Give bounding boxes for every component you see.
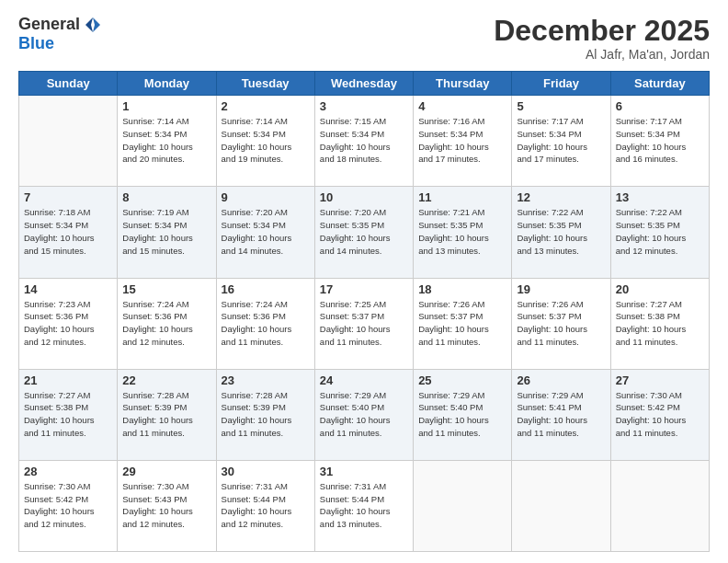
- day-number: 9: [222, 190, 310, 204]
- calendar-day-cell: 12Sunrise: 7:22 AM Sunset: 5:35 PM Dayli…: [512, 187, 610, 278]
- calendar-day-cell: 25Sunrise: 7:29 AM Sunset: 5:40 PM Dayli…: [414, 369, 512, 460]
- day-number: 8: [122, 190, 210, 204]
- day-info: Sunrise: 7:29 AM Sunset: 5:41 PM Dayligh…: [517, 389, 605, 440]
- day-number: 18: [418, 282, 506, 296]
- day-number: 3: [320, 99, 408, 113]
- calendar-day-cell: 17Sunrise: 7:25 AM Sunset: 5:37 PM Dayli…: [314, 278, 413, 369]
- day-number: 19: [517, 282, 605, 296]
- day-number: 26: [517, 373, 605, 387]
- day-info: Sunrise: 7:23 AM Sunset: 5:36 PM Dayligh…: [24, 298, 112, 349]
- day-number: 27: [616, 373, 704, 387]
- day-info: Sunrise: 7:19 AM Sunset: 5:34 PM Dayligh…: [122, 206, 210, 257]
- day-number: 7: [24, 190, 112, 204]
- calendar-day-cell: 26Sunrise: 7:29 AM Sunset: 5:41 PM Dayli…: [512, 369, 610, 460]
- day-number: 17: [320, 282, 408, 296]
- day-number: 15: [122, 282, 210, 296]
- day-info: Sunrise: 7:18 AM Sunset: 5:34 PM Dayligh…: [24, 206, 112, 257]
- day-info: Sunrise: 7:15 AM Sunset: 5:34 PM Dayligh…: [320, 115, 408, 166]
- day-info: Sunrise: 7:31 AM Sunset: 5:44 PM Dayligh…: [320, 480, 408, 531]
- calendar-day-cell: [414, 460, 512, 551]
- day-info: Sunrise: 7:29 AM Sunset: 5:40 PM Dayligh…: [418, 389, 506, 440]
- month-title: December 2025: [494, 15, 710, 47]
- calendar-day-cell: 10Sunrise: 7:20 AM Sunset: 5:35 PM Dayli…: [314, 187, 413, 278]
- calendar-week-row: 21Sunrise: 7:27 AM Sunset: 5:38 PM Dayli…: [19, 369, 710, 460]
- calendar-day-cell: 8Sunrise: 7:19 AM Sunset: 5:34 PM Daylig…: [118, 187, 216, 278]
- day-info: Sunrise: 7:20 AM Sunset: 5:34 PM Dayligh…: [222, 206, 310, 257]
- calendar-day-cell: 9Sunrise: 7:20 AM Sunset: 5:34 PM Daylig…: [216, 187, 314, 278]
- day-info: Sunrise: 7:30 AM Sunset: 5:42 PM Dayligh…: [616, 389, 704, 440]
- day-info: Sunrise: 7:20 AM Sunset: 5:35 PM Dayligh…: [320, 206, 408, 257]
- calendar-header-row: SundayMondayTuesdayWednesdayThursdayFrid…: [19, 72, 710, 96]
- day-info: Sunrise: 7:24 AM Sunset: 5:36 PM Dayligh…: [122, 298, 210, 349]
- calendar-day-cell: 20Sunrise: 7:27 AM Sunset: 5:38 PM Dayli…: [610, 278, 709, 369]
- day-info: Sunrise: 7:21 AM Sunset: 5:35 PM Dayligh…: [418, 206, 506, 257]
- calendar-day-cell: 18Sunrise: 7:26 AM Sunset: 5:37 PM Dayli…: [414, 278, 512, 369]
- page: General Blue December 2025 Al Jafr, Ma'a…: [0, 0, 728, 563]
- calendar-day-cell: 30Sunrise: 7:31 AM Sunset: 5:44 PM Dayli…: [216, 460, 314, 551]
- calendar-day-cell: 2Sunrise: 7:14 AM Sunset: 5:34 PM Daylig…: [216, 96, 314, 187]
- day-info: Sunrise: 7:22 AM Sunset: 5:35 PM Dayligh…: [616, 206, 704, 257]
- day-info: Sunrise: 7:25 AM Sunset: 5:37 PM Dayligh…: [320, 298, 408, 349]
- calendar-week-row: 7Sunrise: 7:18 AM Sunset: 5:34 PM Daylig…: [19, 187, 710, 278]
- calendar-day-cell: 24Sunrise: 7:29 AM Sunset: 5:40 PM Dayli…: [314, 369, 413, 460]
- day-info: Sunrise: 7:26 AM Sunset: 5:37 PM Dayligh…: [418, 298, 506, 349]
- logo: General Blue: [18, 15, 102, 53]
- day-info: Sunrise: 7:17 AM Sunset: 5:34 PM Dayligh…: [616, 115, 704, 166]
- day-of-week-header: Sunday: [19, 72, 118, 96]
- day-of-week-header: Monday: [118, 72, 216, 96]
- day-number: 28: [24, 465, 112, 478]
- calendar-day-cell: 5Sunrise: 7:17 AM Sunset: 5:34 PM Daylig…: [512, 96, 610, 187]
- calendar-day-cell: [19, 96, 118, 187]
- day-info: Sunrise: 7:14 AM Sunset: 5:34 PM Dayligh…: [122, 115, 210, 166]
- day-of-week-header: Thursday: [414, 72, 512, 96]
- day-info: Sunrise: 7:31 AM Sunset: 5:44 PM Dayligh…: [222, 480, 310, 531]
- day-number: 31: [320, 465, 408, 478]
- day-info: Sunrise: 7:24 AM Sunset: 5:36 PM Dayligh…: [222, 298, 310, 349]
- logo-blue-text: Blue: [18, 34, 54, 53]
- calendar-day-cell: 28Sunrise: 7:30 AM Sunset: 5:42 PM Dayli…: [19, 460, 118, 551]
- calendar-day-cell: 1Sunrise: 7:14 AM Sunset: 5:34 PM Daylig…: [118, 96, 216, 187]
- calendar-day-cell: 16Sunrise: 7:24 AM Sunset: 5:36 PM Dayli…: [216, 278, 314, 369]
- day-number: 2: [222, 99, 310, 113]
- calendar-day-cell: 14Sunrise: 7:23 AM Sunset: 5:36 PM Dayli…: [19, 278, 118, 369]
- svg-marker-1: [85, 17, 93, 32]
- day-info: Sunrise: 7:29 AM Sunset: 5:40 PM Dayligh…: [320, 389, 408, 440]
- day-info: Sunrise: 7:30 AM Sunset: 5:42 PM Dayligh…: [24, 480, 112, 531]
- day-info: Sunrise: 7:26 AM Sunset: 5:37 PM Dayligh…: [517, 298, 605, 349]
- day-info: Sunrise: 7:17 AM Sunset: 5:34 PM Dayligh…: [517, 115, 605, 166]
- calendar-day-cell: [512, 460, 610, 551]
- calendar-day-cell: 4Sunrise: 7:16 AM Sunset: 5:34 PM Daylig…: [414, 96, 512, 187]
- day-of-week-header: Friday: [512, 72, 610, 96]
- calendar-week-row: 14Sunrise: 7:23 AM Sunset: 5:36 PM Dayli…: [19, 278, 710, 369]
- day-number: 24: [320, 373, 408, 387]
- day-info: Sunrise: 7:27 AM Sunset: 5:38 PM Dayligh…: [24, 389, 112, 440]
- day-number: 1: [122, 99, 210, 113]
- calendar-day-cell: 13Sunrise: 7:22 AM Sunset: 5:35 PM Dayli…: [610, 187, 709, 278]
- calendar-day-cell: 3Sunrise: 7:15 AM Sunset: 5:34 PM Daylig…: [314, 96, 413, 187]
- calendar-day-cell: 29Sunrise: 7:30 AM Sunset: 5:43 PM Dayli…: [118, 460, 216, 551]
- day-number: 21: [24, 373, 112, 387]
- day-number: 16: [222, 282, 310, 296]
- calendar-day-cell: 7Sunrise: 7:18 AM Sunset: 5:34 PM Daylig…: [19, 187, 118, 278]
- header: General Blue December 2025 Al Jafr, Ma'a…: [18, 15, 710, 62]
- day-number: 11: [418, 190, 506, 204]
- day-number: 25: [418, 373, 506, 387]
- title-section: December 2025 Al Jafr, Ma'an, Jordan: [494, 15, 710, 62]
- day-info: Sunrise: 7:16 AM Sunset: 5:34 PM Dayligh…: [418, 115, 506, 166]
- day-of-week-header: Tuesday: [216, 72, 314, 96]
- calendar-day-cell: 22Sunrise: 7:28 AM Sunset: 5:39 PM Dayli…: [118, 369, 216, 460]
- day-number: 13: [616, 190, 704, 204]
- calendar-week-row: 28Sunrise: 7:30 AM Sunset: 5:42 PM Dayli…: [19, 460, 710, 551]
- day-number: 30: [222, 465, 310, 478]
- day-number: 4: [418, 99, 506, 113]
- day-info: Sunrise: 7:30 AM Sunset: 5:43 PM Dayligh…: [122, 480, 210, 531]
- day-of-week-header: Wednesday: [314, 72, 413, 96]
- location: Al Jafr, Ma'an, Jordan: [494, 47, 710, 62]
- calendar-day-cell: 19Sunrise: 7:26 AM Sunset: 5:37 PM Dayli…: [512, 278, 610, 369]
- day-of-week-header: Saturday: [610, 72, 709, 96]
- day-number: 12: [517, 190, 605, 204]
- day-info: Sunrise: 7:27 AM Sunset: 5:38 PM Dayligh…: [616, 298, 704, 349]
- calendar-day-cell: 11Sunrise: 7:21 AM Sunset: 5:35 PM Dayli…: [414, 187, 512, 278]
- calendar-day-cell: 31Sunrise: 7:31 AM Sunset: 5:44 PM Dayli…: [314, 460, 413, 551]
- day-number: 6: [616, 99, 704, 113]
